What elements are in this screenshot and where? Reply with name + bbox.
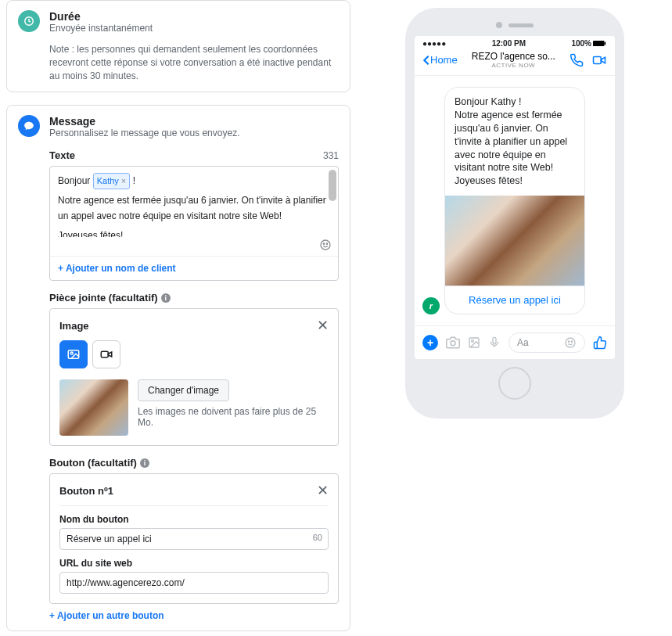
message-bubble: Bonjour Kathy ! Notre agence est fermée … — [444, 87, 585, 314]
composer: + Aa — [415, 325, 615, 359]
svg-point-12 — [472, 340, 474, 343]
client-name-token[interactable]: Kathy × — [93, 173, 131, 189]
scrollbar[interactable] — [329, 170, 336, 201]
svg-point-14 — [566, 338, 575, 347]
duree-note: Note : les personnes qui demandent seule… — [49, 43, 339, 82]
bubble-text: Bonjour Kathy ! Notre agence est fermée … — [445, 88, 584, 196]
button-name-input[interactable] — [59, 528, 329, 550]
plus-icon[interactable]: + — [422, 335, 438, 350]
message-card: Message Personnalisez le message que vou… — [6, 105, 350, 631]
message-title: Message — [49, 115, 239, 128]
remove-token-icon[interactable]: × — [121, 174, 126, 189]
status-bar: ●●●●● 12:00 PM 100% — [415, 36, 615, 48]
video-call-icon[interactable] — [591, 53, 607, 67]
duree-subtitle: Envoyée instantanément — [49, 23, 153, 34]
close-button-icon[interactable]: ✕ — [317, 483, 329, 498]
duree-title: Durée — [49, 10, 153, 23]
texte-counter: 331 — [323, 150, 339, 161]
bubble-cta-button[interactable]: Réserve un appel ici — [445, 286, 584, 314]
duree-card: Durée Envoyée instantanément Note : les … — [6, 0, 350, 92]
message-subtitle: Personnalisez le message que vous envoye… — [49, 128, 239, 138]
button-name-counter: 60 — [313, 533, 322, 542]
svg-rect-7 — [593, 41, 604, 46]
camera-dot — [496, 22, 502, 28]
attachment-card: Image ✕ Changer d'imag — [49, 308, 339, 446]
info-icon[interactable]: i — [161, 293, 171, 303]
svg-point-15 — [568, 341, 569, 342]
texte-label: Texte 331 — [49, 149, 339, 161]
svg-rect-6 — [101, 352, 108, 358]
thumbs-up-icon[interactable] — [593, 336, 607, 350]
svg-point-16 — [571, 341, 572, 342]
info-icon[interactable]: i — [140, 458, 149, 468]
add-client-name-link[interactable]: + Ajouter un nom de client — [50, 256, 338, 280]
svg-point-10 — [451, 341, 455, 346]
svg-point-3 — [326, 243, 327, 244]
chat-icon — [18, 115, 40, 137]
clock-icon — [18, 10, 40, 32]
image-type-button[interactable] — [59, 340, 88, 368]
speaker-slot — [508, 23, 534, 27]
signal-icon: ●●●●● — [422, 39, 446, 48]
change-image-button[interactable]: Changer d'image — [138, 379, 229, 401]
bubble-image — [445, 196, 584, 286]
phone-preview: ●●●●● 12:00 PM 100% Home REZO l'agence s… — [405, 8, 624, 419]
add-another-button-link[interactable]: + Ajouter un autre bouton — [49, 610, 339, 621]
svg-rect-9 — [594, 56, 602, 63]
message-textbox[interactable]: Bonjour Kathy × ! Notre agence est fermé… — [49, 166, 339, 281]
home-back-link[interactable]: Home — [422, 54, 458, 66]
emoji-icon[interactable] — [319, 240, 332, 253]
battery-icon — [593, 40, 607, 47]
sender-avatar: r — [422, 297, 440, 314]
attachment-label: Pièce jointe (facultatif) i — [49, 292, 339, 304]
svg-point-2 — [323, 243, 324, 244]
close-attachment-icon[interactable]: ✕ — [317, 318, 329, 332]
button-card: Bouton nº1 ✕ Nom du bouton 60 URL du sit… — [49, 473, 339, 604]
chat-title: REZO l'agence so... Active now — [458, 51, 570, 69]
status-time: 12:00 PM — [492, 39, 526, 48]
image-label: Image — [59, 320, 89, 332]
svg-point-5 — [70, 352, 73, 354]
emoji-icon[interactable] — [564, 336, 577, 349]
svg-rect-13 — [493, 337, 496, 343]
button-name-label: Nom du bouton — [59, 514, 329, 525]
camera-icon[interactable] — [446, 336, 460, 350]
phone-call-icon[interactable] — [570, 53, 584, 67]
svg-rect-8 — [604, 42, 606, 45]
button-url-label: URL du site web — [59, 558, 329, 569]
gallery-icon[interactable] — [468, 336, 480, 349]
svg-point-1 — [321, 240, 330, 250]
mic-icon[interactable] — [488, 336, 501, 350]
button-number-label: Bouton nº1 — [59, 485, 113, 497]
chevron-left-icon — [422, 55, 430, 66]
home-button[interactable] — [498, 367, 531, 400]
image-size-hint: Les images ne doivent pas faire plus de … — [138, 406, 329, 428]
image-thumbnail[interactable] — [59, 379, 128, 436]
video-type-button[interactable] — [92, 340, 120, 368]
button-url-input[interactable] — [59, 572, 329, 594]
composer-input[interactable]: Aa — [508, 332, 585, 353]
button-section-label: Bouton (facultatif) i — [49, 457, 339, 469]
